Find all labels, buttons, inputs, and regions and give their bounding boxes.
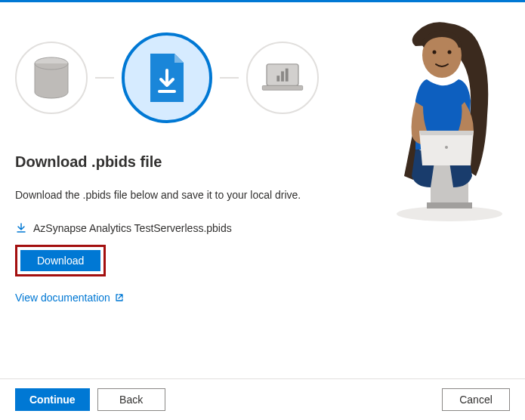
external-link-icon (115, 293, 124, 302)
dialog-footer: Continue Back Cancel (0, 378, 525, 420)
step-powerbi (246, 42, 319, 114)
documentation-link-label: View documentation (15, 292, 110, 304)
svg-rect-6 (281, 71, 284, 81)
download-arrow-icon (15, 222, 27, 234)
file-download-icon (146, 52, 188, 103)
view-documentation-link[interactable]: View documentation (15, 292, 124, 304)
svg-point-13 (448, 51, 452, 54)
step-connector (220, 77, 239, 79)
step-download-file (122, 32, 212, 123)
svg-rect-4 (262, 85, 302, 90)
svg-point-12 (433, 51, 437, 54)
database-icon (32, 57, 70, 99)
download-button[interactable]: Download (20, 250, 100, 271)
svg-rect-5 (276, 76, 279, 82)
person-laptop-illustration (374, 17, 517, 229)
step-database (15, 42, 88, 114)
step-connector (95, 77, 114, 79)
svg-rect-7 (286, 69, 289, 82)
continue-button[interactable]: Continue (15, 388, 90, 411)
svg-rect-10 (427, 202, 472, 208)
download-highlight-box: Download (15, 245, 106, 276)
laptop-chart-icon (260, 63, 305, 93)
svg-point-14 (445, 146, 448, 149)
pbids-filename: AzSynapse Analytics TestServerless.pbids (33, 222, 232, 234)
cancel-button[interactable]: Cancel (442, 388, 510, 411)
back-button[interactable]: Back (97, 388, 165, 411)
